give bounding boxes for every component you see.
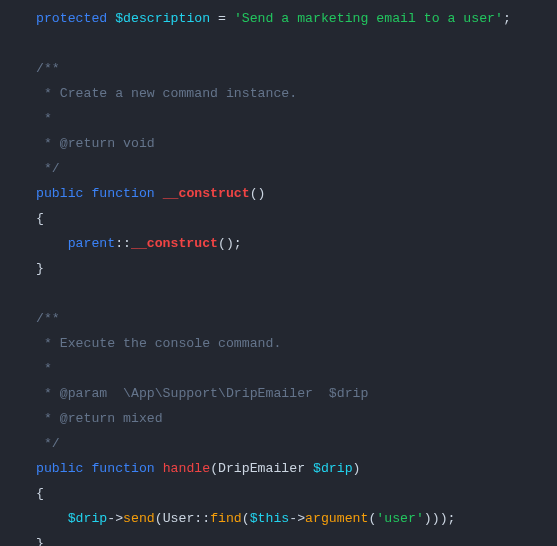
close-parens: )));	[424, 511, 456, 526]
rparen: )	[353, 461, 361, 476]
string-literal: 'Send a marketing email to a user'	[234, 11, 503, 26]
parent-ctor: __construct	[131, 236, 218, 251]
var-this: $this	[250, 511, 290, 526]
docblock-1-open: /**	[36, 61, 60, 76]
docblock-2-close: */	[36, 436, 60, 451]
kw-function: function	[91, 461, 154, 476]
handle-signature: public function handle(DripEmailer $drip…	[36, 461, 361, 476]
docblock-2-desc: * Execute the console command.	[36, 336, 281, 351]
call-find: find	[210, 511, 242, 526]
parent-call-parens: ();	[218, 236, 242, 251]
lparen: (	[242, 511, 250, 526]
var-description: $description	[115, 11, 210, 26]
ctor-name: __construct	[163, 186, 250, 201]
kw-protected: protected	[36, 11, 107, 26]
semicolon: ;	[503, 11, 511, 26]
dcolon: ::	[115, 236, 131, 251]
brace-close: }	[36, 536, 44, 546]
docblock-1-blank: *	[36, 111, 52, 126]
kw-parent: parent	[68, 236, 115, 251]
fn-handle: handle	[163, 461, 210, 476]
var-drip: $drip	[313, 461, 353, 476]
docblock-1-return: * @return void	[36, 136, 155, 151]
docblock-2-open: /**	[36, 311, 60, 326]
class-user: User	[163, 511, 195, 526]
docblock-2-return: * @return mixed	[36, 411, 163, 426]
call-argument: argument	[305, 511, 368, 526]
kw-function: function	[91, 186, 154, 201]
dcolon: ::	[194, 511, 210, 526]
string-literal: 'user'	[376, 511, 423, 526]
lparen: (	[210, 461, 218, 476]
var-drip: $drip	[68, 511, 108, 526]
docblock-1-desc: * Create a new command instance.	[36, 86, 297, 101]
op-eq: =	[210, 11, 234, 26]
type-dripemailer: DripEmailer	[218, 461, 305, 476]
call-send: send	[123, 511, 155, 526]
brace-open: {	[36, 486, 44, 501]
docblock-2-blank: *	[36, 361, 52, 376]
ctor-signature: public function __construct()	[36, 186, 266, 201]
arrow: ->	[289, 511, 305, 526]
ctor-parens: ()	[250, 186, 266, 201]
line-1: protected $description = 'Send a marketi…	[36, 11, 511, 26]
space	[305, 461, 313, 476]
docblock-2-param: * @param \App\Support\DripEmailer $drip	[36, 386, 368, 401]
code-block: protected $description = 'Send a marketi…	[36, 6, 557, 546]
arrow: ->	[107, 511, 123, 526]
brace-open: {	[36, 211, 44, 226]
lparen: (	[155, 511, 163, 526]
kw-public: public	[36, 461, 83, 476]
kw-public: public	[36, 186, 83, 201]
docblock-1-close: */	[36, 161, 60, 176]
brace-close: }	[36, 261, 44, 276]
